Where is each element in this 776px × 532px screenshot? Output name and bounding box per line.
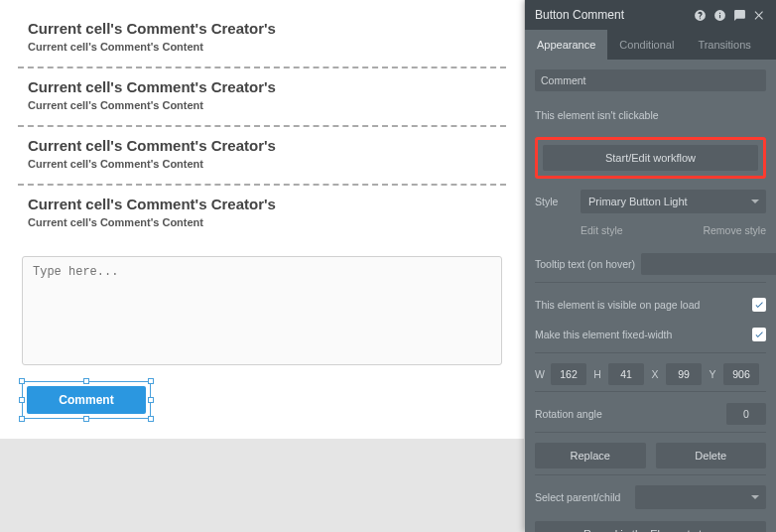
info-icon[interactable] — [712, 8, 726, 22]
resize-handle[interactable] — [19, 397, 25, 403]
tooltip-input[interactable] — [641, 253, 776, 275]
comment-creator: Current cell's Comment's Creator's — [28, 78, 496, 95]
delete-button[interactable]: Delete — [656, 443, 767, 468]
not-clickable-row: This element isn't clickable — [535, 103, 766, 127]
editor-canvas: Current cell's Comment's Creator's Curre… — [0, 0, 524, 532]
w-label: W — [535, 368, 545, 380]
close-icon[interactable] — [752, 8, 766, 22]
comment-item: Current cell's Comment's Creator's Curre… — [0, 0, 524, 66]
fixed-width-checkbox[interactable] — [752, 328, 766, 341]
comment-list-card: Current cell's Comment's Creator's Curre… — [0, 0, 524, 439]
panel-header: Button Comment — [525, 0, 776, 30]
comment-creator: Current cell's Comment's Creator's — [28, 196, 496, 212]
h-input[interactable] — [608, 363, 644, 385]
panel-tabs: Appearance Conditional Transitions — [525, 30, 776, 60]
visible-row: This element is visible on page load — [535, 293, 766, 317]
resize-handle[interactable] — [19, 416, 25, 422]
separator — [535, 432, 766, 433]
select-parent-dropdown[interactable] — [635, 485, 766, 509]
x-label: X — [650, 368, 660, 380]
comment-item: Current cell's Comment's Creator's Curre… — [0, 127, 524, 184]
dimensions-row: W H X Y — [535, 363, 766, 385]
comment-button-row: Comment — [0, 377, 524, 439]
resize-handle[interactable] — [148, 397, 154, 403]
replace-button[interactable]: Replace — [535, 443, 646, 468]
replace-delete-row: Replace Delete — [535, 443, 766, 468]
separator — [535, 282, 766, 283]
style-label: Style — [535, 196, 575, 207]
tooltip-row: Tooltip text (on hover) — [535, 252, 766, 276]
workflow-highlight: Start/Edit workflow — [535, 137, 766, 179]
x-input[interactable] — [666, 363, 702, 385]
element-name-input[interactable] — [535, 69, 766, 91]
property-panel: Button Comment Appearance Conditional Tr… — [525, 0, 776, 532]
resize-handle[interactable] — [148, 378, 154, 384]
comment-content: Current cell's Comment's Content — [28, 99, 496, 111]
tab-conditional[interactable]: Conditional — [607, 30, 686, 60]
rotation-label: Rotation angle — [535, 408, 720, 420]
comment-textarea[interactable] — [22, 256, 502, 365]
comment-content: Current cell's Comment's Content — [28, 216, 496, 228]
comment-icon[interactable] — [732, 8, 746, 22]
fixed-width-row: Make this element fixed-width — [535, 323, 766, 346]
resize-handle[interactable] — [19, 378, 25, 384]
not-clickable-label: This element isn't clickable — [535, 109, 659, 121]
edit-style-link[interactable]: Edit style — [581, 224, 623, 236]
start-edit-workflow-button[interactable]: Start/Edit workflow — [543, 145, 758, 171]
reveal-elements-tree-button[interactable]: Reveal in the Elements tree — [535, 521, 766, 532]
visible-checkbox[interactable] — [752, 298, 766, 312]
help-icon[interactable] — [693, 8, 707, 22]
comment-creator: Current cell's Comment's Creator's — [28, 20, 496, 37]
select-parent-label: Select parent/child — [535, 491, 629, 503]
panel-title: Button Comment — [535, 8, 693, 22]
resize-handle[interactable] — [83, 378, 89, 384]
tab-appearance[interactable]: Appearance — [525, 30, 607, 60]
comment-submit-button[interactable]: Comment — [27, 386, 146, 414]
visible-label: This element is visible on page load — [535, 299, 746, 311]
h-label: H — [592, 368, 602, 380]
y-label: Y — [708, 368, 717, 380]
separator — [535, 474, 766, 475]
y-input[interactable] — [723, 363, 759, 385]
tab-transitions[interactable]: Transitions — [686, 30, 762, 60]
comment-content: Current cell's Comment's Content — [28, 41, 496, 53]
tooltip-label: Tooltip text (on hover) — [535, 258, 635, 270]
style-links-row: Edit style Remove style — [535, 218, 766, 242]
selection-outline[interactable]: Comment — [22, 381, 151, 419]
separator — [535, 391, 766, 392]
comment-textarea-wrap — [0, 242, 524, 377]
resize-handle[interactable] — [83, 416, 89, 422]
style-select[interactable]: Primary Button Light — [581, 190, 766, 213]
fixed-width-label: Make this element fixed-width — [535, 329, 746, 340]
select-parent-row: Select parent/child — [535, 485, 766, 509]
rotation-input[interactable] — [726, 403, 766, 425]
resize-handle[interactable] — [148, 416, 154, 422]
panel-header-icons — [693, 8, 766, 22]
style-select-value: Primary Button Light — [588, 196, 688, 207]
separator — [535, 352, 766, 353]
comment-content: Current cell's Comment's Content — [28, 158, 496, 170]
remove-style-link[interactable]: Remove style — [703, 224, 766, 236]
comment-creator: Current cell's Comment's Creator's — [28, 137, 496, 154]
panel-body: This element isn't clickable Start/Edit … — [525, 60, 776, 532]
w-input[interactable] — [551, 363, 586, 385]
chevron-down-icon — [751, 200, 759, 203]
style-row: Style Primary Button Light — [535, 189, 766, 214]
chevron-down-icon — [751, 495, 759, 499]
comment-item: Current cell's Comment's Creator's Curre… — [0, 68, 524, 125]
rotation-row: Rotation angle — [535, 402, 766, 426]
comment-item: Current cell's Comment's Creator's Curre… — [0, 186, 524, 242]
